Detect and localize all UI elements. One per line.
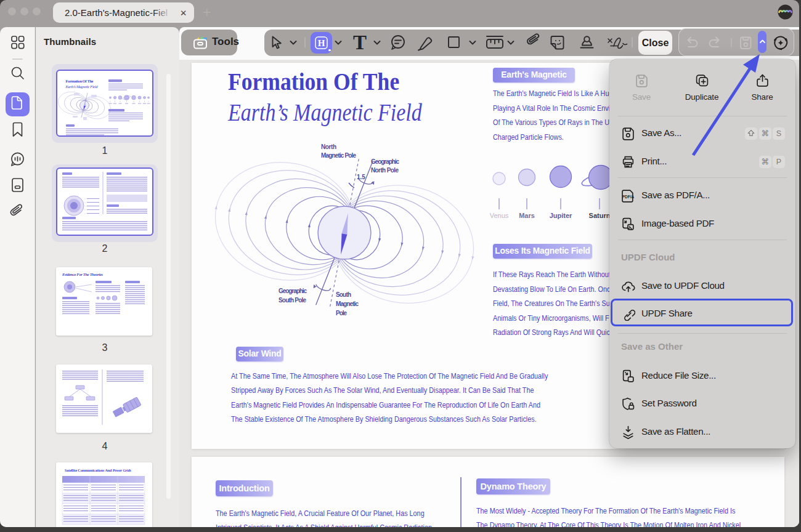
svg-text:T: T — [353, 31, 367, 54]
svg-text:Earth’s Magnetic Field: Earth’s Magnetic Field — [65, 84, 99, 89]
svg-text:Magnetic Pole: Magnetic Pole — [321, 152, 356, 159]
svg-text:South Pole: South Pole — [279, 297, 306, 304]
svg-text:Pole: Pole — [336, 310, 347, 316]
svg-text:Venus: Venus — [490, 212, 509, 219]
svg-text:Jupiter: Jupiter — [550, 212, 572, 219]
svg-text:1.5: 1.5 — [357, 174, 365, 180]
svg-text:Geographic: Geographic — [371, 158, 399, 165]
svg-text:North Pole: North Pole — [371, 167, 399, 174]
svg-text:Evidence For The Theories: Evidence For The Theories — [62, 272, 103, 276]
svg-text:Saturn: Saturn — [589, 212, 611, 219]
svg-text:Satellite Communications And P: Satellite Communications And Power Grids — [65, 468, 132, 472]
svg-text:North: North — [321, 143, 336, 150]
svg-text:Formation Of The: Formation Of The — [66, 79, 94, 83]
svg-text:Mars: Mars — [519, 212, 535, 219]
svg-text:PDF/A: PDF/A — [622, 195, 635, 199]
svg-text:Geographic: Geographic — [279, 288, 307, 294]
svg-text:Magnetic: Magnetic — [336, 300, 359, 307]
svg-text:South: South — [336, 291, 351, 298]
